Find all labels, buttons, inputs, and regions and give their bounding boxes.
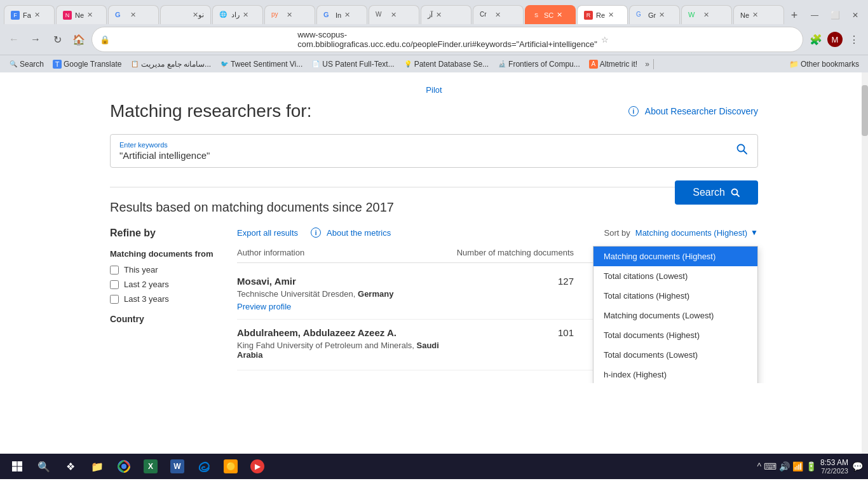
profile-button[interactable]: M [827,32,843,47]
tab-no[interactable]: نو ✕ [160,5,211,24]
tab-close-rad[interactable]: ✕ [243,11,248,19]
reload-button[interactable]: ↻ [48,30,66,48]
tab-close-no[interactable]: ✕ [193,11,198,19]
menu-button[interactable]: ⋮ [845,30,863,48]
about-metrics-link[interactable]: i About the metrics [311,227,391,238]
checkbox-last-3-years[interactable] [110,295,119,304]
bookmark-altmetric[interactable]: A Altmetric it! [585,58,641,70]
bookmark-search[interactable]: 🔍 Search [5,58,48,70]
results-main: Export all results i About the metrics S… [237,227,758,370]
bookmark-star-icon[interactable]: ☆ [601,35,795,44]
network-icon[interactable]: 📶 [792,461,803,471]
tab-close-g[interactable]: ✕ [130,11,136,19]
other-bookmarks[interactable]: 📁 Other bookmarks [785,58,863,70]
tab-close-ne2[interactable]: ✕ [752,11,758,19]
tab-re[interactable]: RRe ✕ [577,5,628,24]
sort-option-docs-lowest[interactable]: Total documents (Lowest) [593,345,757,365]
tab-py[interactable]: py ✕ [264,5,315,24]
scrollbar[interactable] [862,72,868,454]
tab-cr[interactable]: Cr ✕ [473,5,524,24]
search-button[interactable]: Search [675,180,758,205]
about-researcher-discovery-link[interactable]: i About Researcher Discovery [628,106,758,116]
notification-icon[interactable]: 💬 [852,461,863,471]
address-bar[interactable]: 🔒 www-scopus-com.bbibliograficas.ucc.edu… [92,27,803,52]
export-all-results-link[interactable]: Export all results [237,228,298,238]
search-icon-button[interactable] [736,143,749,159]
sort-option-citations-highest[interactable]: Total citations (Highest) [593,286,757,306]
bookmarks-more[interactable]: » [645,60,649,69]
checkbox-this-year[interactable] [110,266,119,274]
system-tray-arrow[interactable]: ^ [757,461,761,471]
media-taskbar[interactable]: ▶ [245,456,269,477]
tab-g[interactable]: G ✕ [108,5,159,24]
sort-option-docs-highest[interactable]: Total documents (Highest) [593,325,757,345]
tab-wh[interactable]: W ✕ [681,5,732,24]
scrollbar-thumb[interactable] [862,85,868,136]
tab-close-re[interactable]: ✕ [608,11,614,19]
tab-in[interactable]: GIn ✕ [316,5,367,24]
bookmark-patent-db[interactable]: 💡 Patent Database Se... [400,58,492,70]
tab-close-wh[interactable]: ✕ [703,11,709,19]
close-button[interactable]: ✕ [846,6,864,24]
sort-option-matching-highest[interactable]: Matching documents (Highest) [593,247,757,266]
tab-close-gr[interactable]: ✕ [659,11,665,19]
sort-option-citations-lowest[interactable]: Total citations (Lowest) [593,266,757,286]
result-matching-1: 127 [447,276,574,287]
tab-gr[interactable]: GGr ✕ [629,5,680,24]
filter-last-2-years[interactable]: Last 2 years [110,280,218,289]
bookmark-tweet[interactable]: 🐦 Tweet Sentiment Vi... [216,58,306,70]
forward-button[interactable]: → [27,30,44,48]
tab-sc[interactable]: SSC ✕ [525,5,576,24]
tab-ne[interactable]: NNe ✕ [56,5,107,24]
search-taskbar-icon: 🔍 [37,459,51,473]
tab-az[interactable]: آز ✕ [421,5,471,24]
search-taskbar[interactable]: 🔍 [32,456,56,477]
battery-icon[interactable]: 🔋 [806,461,817,471]
tab-close-w[interactable]: ✕ [391,11,397,19]
volume-icon[interactable]: 🔊 [779,461,790,471]
bookmark-samane[interactable]: 📋 سامانه جامع مدیریت... [126,58,215,70]
filter-last-3-years[interactable]: Last 3 years [110,294,218,304]
chrome-taskbar[interactable] [112,456,136,477]
maximize-button[interactable]: ⬜ [826,6,844,24]
search-box-container[interactable]: Enter keywords "Artificial intelligence" [110,134,758,168]
tab-close-py[interactable]: ✕ [287,11,292,19]
tab-close-in[interactable]: ✕ [344,11,350,19]
bookmark-translate[interactable]: T Google Translate [49,58,125,70]
preview-profile-link-1[interactable]: Preview profile [237,302,291,311]
lock-icon: 🔒 [100,35,294,44]
altmetric-icon: A [589,60,598,69]
sort-option-matching-lowest[interactable]: Matching documents (Lowest) [593,306,757,325]
taskbar-clock[interactable]: 8:53 AM 7/2/2023 [820,458,848,475]
edge-taskbar[interactable] [192,456,216,477]
minimize-button[interactable]: — [806,6,824,24]
tab-close[interactable]: ✕ [34,11,40,19]
bookmarks-bar: 🔍 Search T Google Translate 📋 سامانه جام… [0,55,868,72]
bookmark-patent[interactable]: 📄 US Patent Full-Text... [308,58,398,70]
word-taskbar[interactable]: W [165,456,189,477]
home-button[interactable]: 🏠 [70,30,88,48]
sort-option-hindex-highest[interactable]: h-index (Highest) [593,365,757,384]
tab-close-az[interactable]: ✕ [436,11,442,19]
tab-close-sc[interactable]: ✕ [557,11,562,19]
file-explorer-button[interactable]: 📁 [85,456,109,477]
tab-fa[interactable]: FFa ✕ [4,5,55,24]
extensions-button[interactable]: 🧩 [807,30,825,48]
start-button[interactable] [5,456,29,477]
back-button[interactable]: ← [5,30,23,48]
bookmark-frontiers[interactable]: 🔬 Frontiers of Compu... [494,58,584,70]
tab-close-ne[interactable]: ✕ [87,11,93,19]
tab-w[interactable]: W ✕ [369,5,419,24]
excel-taskbar[interactable]: X [139,456,163,477]
sort-dropdown-button[interactable]: Matching documents (Highest) ▼ [635,228,758,238]
task-view-button[interactable]: ❖ [58,456,83,477]
keyboard-icon[interactable]: ⌨ [764,461,776,471]
new-tab-button[interactable]: + [785,6,803,24]
tab-rad[interactable]: 🌐راد ✕ [212,5,263,24]
app-taskbar-1[interactable]: 🟡 [219,456,243,477]
tab-ne2[interactable]: Ne ✕ [733,5,784,24]
filter-this-year[interactable]: This year [110,265,218,274]
tab-close-cr[interactable]: ✕ [495,11,501,19]
checkbox-last-2-years[interactable] [110,280,119,289]
author-name-1: Mosavi, Amir [237,276,447,287]
